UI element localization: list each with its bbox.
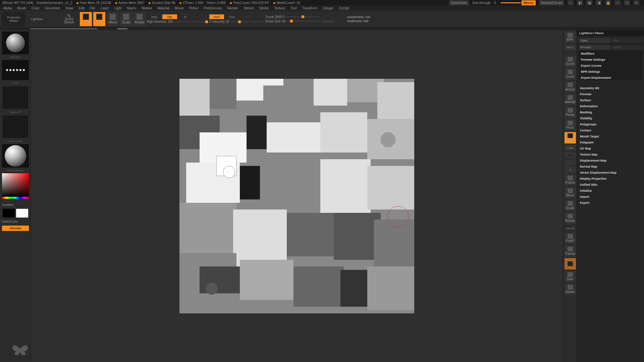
- rollout-contact[interactable]: Contact: [577, 127, 644, 133]
- move-mode-button[interactable]: Move: [107, 12, 119, 26]
- menu-movie[interactable]: Movie: [173, 6, 186, 10]
- accept-button[interactable]: Accept: [611, 45, 643, 50]
- spix-button[interactable]: SPix 3: [565, 44, 576, 50]
- rollout-preview[interactable]: Preview: [577, 91, 644, 97]
- draw-size-slider[interactable]: [287, 21, 320, 21]
- menu-texture[interactable]: Texture: [272, 6, 287, 10]
- seethrough-value[interactable]: 0: [494, 1, 496, 5]
- projection-master-button[interactable]: Projection Master: [2, 12, 25, 26]
- quicksketch-button[interactable]: ✎Quick Sketch: [60, 12, 78, 26]
- rollout-texture-map[interactable]: Texture Map: [577, 152, 644, 158]
- xpose-button[interactable]: Xpose: [565, 284, 576, 295]
- rgb-button[interactable]: Rgb: [162, 14, 177, 19]
- color-picker[interactable]: [2, 173, 29, 197]
- lsym-button[interactable]: L.Sym: [565, 145, 576, 151]
- menu-preferences[interactable]: Preferences: [202, 6, 224, 10]
- z-intensity-slider[interactable]: [231, 21, 264, 22]
- material-thumbnail[interactable]: [2, 144, 29, 168]
- save-button[interactable]: Save: [611, 38, 643, 43]
- secondary-color-swatch[interactable]: [3, 209, 15, 218]
- polyf-button[interactable]: PolyF: [565, 233, 576, 244]
- focal-shift-slider[interactable]: [285, 16, 319, 17]
- draw-mode-button[interactable]: Draw: [93, 12, 105, 26]
- alpha-thumbnail[interactable]: [2, 86, 29, 109]
- menu-zscript[interactable]: Zscript: [337, 6, 351, 10]
- unpivot-button[interactable]: ◎: [565, 167, 576, 173]
- maximize-icon[interactable]: ▢: [624, 0, 630, 5]
- focal-shift-label[interactable]: Focal Shift 0: [266, 15, 284, 19]
- timeline-strip[interactable]: [0, 27, 644, 30]
- modifiers-rollout[interactable]: Modifiers: [578, 51, 643, 57]
- rollout-import[interactable]: Import: [577, 194, 644, 200]
- scroll-button[interactable]: Scroll: [565, 56, 576, 67]
- menu-draw[interactable]: Draw: [63, 6, 75, 10]
- actual-button[interactable]: Actual: [565, 81, 576, 93]
- minimize-icon[interactable]: –: [614, 0, 621, 5]
- menu-stroke[interactable]: Stroke: [257, 6, 271, 10]
- zcut-button[interactable]: Zcut: [240, 14, 255, 19]
- close-icon[interactable]: ✕: [633, 0, 639, 5]
- dock-left-icon[interactable]: ◧: [577, 0, 583, 5]
- solo-button[interactable]: Solo: [565, 271, 576, 282]
- defaultzscript-button[interactable]: DefaultZScript: [539, 0, 564, 5]
- rollout-polypaint[interactable]: Polypaint: [577, 139, 644, 145]
- floor-button[interactable]: Floor: [565, 119, 576, 131]
- zoom-button[interactable]: Zoom: [565, 68, 576, 80]
- transp-button[interactable]: Transp: [565, 245, 576, 257]
- pivot-button[interactable]: ○: [565, 160, 576, 166]
- mrgb-button[interactable]: Mrgb: [147, 14, 162, 19]
- bpr-settings-rollout[interactable]: BPR Settings: [578, 69, 643, 75]
- m-button[interactable]: M: [178, 14, 193, 19]
- viewport[interactable]: [179, 79, 414, 313]
- home-icon[interactable]: ⌂: [568, 0, 574, 5]
- menu-marker[interactable]: Marker: [140, 6, 154, 10]
- rollout-masking[interactable]: Masking: [577, 109, 644, 115]
- rotate-mode-button[interactable]: Rotate: [133, 12, 146, 26]
- lightbox-button[interactable]: LightBox: [27, 12, 47, 26]
- menu-file[interactable]: File: [88, 6, 97, 10]
- export-displacement-rollout[interactable]: Export Displacement: [578, 75, 643, 81]
- canvas[interactable]: [31, 30, 563, 362]
- menus-toggle[interactable]: Menus: [522, 0, 536, 5]
- rollout-display-properties[interactable]: Display Properties: [577, 176, 644, 182]
- texture-thumbnail[interactable]: [2, 115, 29, 138]
- primary-color-swatch[interactable]: [16, 209, 28, 218]
- zsub-button[interactable]: Zsub: [225, 14, 239, 19]
- frame-button[interactable]: Frame: [565, 174, 576, 186]
- move-view-button[interactable]: Move: [565, 187, 576, 198]
- rollout-geometry-hd[interactable]: Geometry HD: [577, 85, 644, 91]
- quicksave-button[interactable]: QuickSave: [449, 0, 469, 5]
- persp-button[interactable]: Persp: [565, 107, 576, 118]
- lock-icon[interactable]: 🔒: [605, 0, 611, 5]
- z-intensity-label[interactable]: Z Intensity 25: [209, 20, 229, 23]
- dynamic-label[interactable]: Dynamic: [322, 19, 335, 23]
- menu-picker[interactable]: Picker: [187, 6, 201, 10]
- bpr-button[interactable]: BPR: [565, 32, 576, 43]
- preview-settings-rollout[interactable]: Preview Settings: [578, 57, 643, 63]
- menu-color[interactable]: Color: [30, 6, 42, 10]
- aahalf-button[interactable]: AAHalf: [565, 94, 576, 105]
- menu-edit[interactable]: Edit: [77, 6, 87, 10]
- rollout-export[interactable]: Export: [577, 200, 644, 206]
- menu-alpha[interactable]: Alpha: [1, 6, 14, 10]
- edit-mode-button[interactable]: Edit: [80, 12, 92, 26]
- panel-header[interactable]: Lightbox> Fibers: [577, 30, 644, 36]
- brush-thumbnail[interactable]: [2, 32, 29, 54]
- preview-button[interactable]: Preview: [579, 45, 610, 50]
- draw-size-label[interactable]: Draw Size 64: [266, 19, 285, 23]
- menu-zplugin[interactable]: Zplugin: [321, 6, 336, 10]
- menu-render[interactable]: Render: [225, 6, 240, 10]
- rollout-uv-map[interactable]: UV Map: [577, 145, 644, 152]
- rollout-visibility[interactable]: Visibility: [577, 115, 644, 121]
- local-button[interactable]: Local: [565, 132, 576, 143]
- open-button[interactable]: Open: [579, 38, 610, 43]
- alternate-button[interactable]: Alternate: [2, 226, 29, 231]
- ghost-button[interactable]: [565, 258, 576, 269]
- menu-brush[interactable]: Brush: [15, 6, 28, 10]
- scale-view-button[interactable]: Scale: [565, 200, 576, 211]
- menu-stencil[interactable]: Stencil: [241, 6, 256, 10]
- menu-layer[interactable]: Layer: [99, 6, 111, 10]
- rgb-intensity-label[interactable]: Rgb Intensity 100: [147, 20, 173, 23]
- dock-mid-icon[interactable]: ▦: [586, 0, 592, 5]
- rollout-deformation[interactable]: Deformation: [577, 103, 644, 109]
